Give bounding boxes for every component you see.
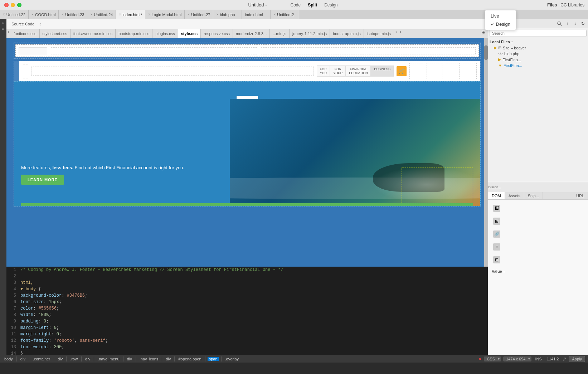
dom-box-icon[interactable]: ⊡ bbox=[492, 255, 584, 265]
status-div-2[interactable]: div bbox=[56, 357, 64, 361]
split-btn[interactable]: Split bbox=[306, 2, 319, 8]
url-tab[interactable]: URL bbox=[573, 192, 588, 199]
status-container[interactable]: .container bbox=[31, 357, 52, 361]
right-sidebar: ↖ ✦ ↑ ↓ ↻ Local Files ↑ ▶ ⊞ bbox=[488, 19, 588, 355]
snippets-tab[interactable]: Snip... bbox=[524, 192, 543, 199]
file-folder-1[interactable]: ▶ FirstFina... bbox=[490, 57, 587, 63]
list-icon: ≡ bbox=[493, 243, 500, 251]
tab-untitled27[interactable]: × Untitled-27 bbox=[185, 10, 213, 19]
dom-link-icon[interactable]: 🔗 bbox=[492, 229, 584, 239]
css-tab-modernizr[interactable]: modernizr-2.8.3... bbox=[233, 29, 270, 38]
css-tab-jquery[interactable]: jquery-1.11.2.min.js bbox=[290, 29, 330, 38]
folder-2-label: FirstFina... bbox=[504, 63, 522, 68]
css-selector[interactable]: CSS ▾ bbox=[484, 356, 501, 361]
files-panel-tab[interactable]: Files bbox=[547, 3, 557, 8]
minimize-button[interactable] bbox=[11, 3, 15, 7]
dom-table-icon[interactable]: ⊞ bbox=[492, 216, 584, 226]
css-tab-fonticons[interactable]: fonticons.css bbox=[11, 29, 40, 38]
css-dropdown-arrow[interactable]: ▾ bbox=[498, 357, 500, 361]
source-code-btn[interactable]: Source Code bbox=[9, 21, 37, 27]
site-name-label: Site – beaver bbox=[503, 46, 526, 50]
code-editor[interactable]: 1 /* Coding by Andrew J. Foster – Beaver… bbox=[6, 267, 488, 355]
right-icon-up[interactable]: ↑ bbox=[564, 20, 571, 27]
status-div-3[interactable]: div bbox=[84, 357, 92, 361]
dropdown-live[interactable]: Live bbox=[485, 12, 516, 20]
status-nave-menu[interactable]: .nave_menu bbox=[96, 357, 121, 361]
file-site-root[interactable]: ▶ ⊞ Site – beaver bbox=[490, 45, 587, 51]
css-tab-style[interactable]: style.css bbox=[178, 29, 201, 38]
css-tab-responsive[interactable]: responsive.css bbox=[201, 29, 233, 38]
learn-more-btn[interactable]: LEARN MORE bbox=[21, 175, 64, 185]
tab-index2[interactable]: index.html bbox=[242, 10, 271, 19]
css-scroll-left[interactable]: ‹ bbox=[6, 29, 11, 38]
code-btn[interactable]: Code bbox=[288, 2, 303, 8]
folder-icon: ▶ bbox=[494, 45, 497, 50]
status-body[interactable]: body bbox=[3, 357, 14, 361]
css-filter-btn[interactable]: ⊞ bbox=[479, 29, 488, 38]
file-folder-2[interactable]: ▼ FirstFina... bbox=[490, 63, 587, 68]
dom-image-icon[interactable]: 🖼 bbox=[492, 203, 584, 213]
right-icon-search[interactable] bbox=[556, 20, 563, 27]
design-btn[interactable]: Design bbox=[322, 2, 340, 8]
assets-tab[interactable]: Assets bbox=[505, 192, 524, 199]
right-icon-refresh[interactable]: ↻ bbox=[579, 20, 587, 27]
banner-text-area: More features, less fees. Find out which… bbox=[21, 165, 184, 185]
nav-cart-icon[interactable]: 🛒 bbox=[397, 66, 407, 76]
tab-untitled2[interactable]: × Untitled-2 bbox=[271, 10, 299, 19]
css-tab-isotope[interactable]: isotope.min.js bbox=[364, 29, 394, 38]
dimensions-display[interactable]: 1474 x 694 ▾ bbox=[503, 356, 531, 361]
css-scroll-right[interactable]: › bbox=[394, 29, 398, 38]
nav-for-your[interactable]: FORYOUR bbox=[330, 65, 346, 77]
css-tab-fontawesome[interactable]: font-awesome.min.css bbox=[71, 29, 116, 38]
dom-list-icon[interactable]: ≡ bbox=[492, 242, 584, 252]
cc-libraries-tab[interactable]: CC Libraries bbox=[560, 3, 584, 8]
right-icon-down[interactable]: ↓ bbox=[572, 20, 579, 27]
close-button[interactable] bbox=[4, 3, 9, 7]
tab-good-html[interactable]: × GOOD.html bbox=[29, 10, 59, 19]
status-nav-icons[interactable]: .nav_icons bbox=[138, 357, 160, 361]
code-line-10: 10 margin-left: 0; bbox=[6, 325, 488, 331]
css-scroll-right2[interactable]: › bbox=[398, 29, 403, 38]
nav-financial-education[interactable]: FINANCIALEDUCATION bbox=[346, 65, 371, 77]
css-tab-minjs1[interactable]: ...min.js bbox=[270, 29, 290, 38]
tab-blob-php[interactable]: × blob.php bbox=[213, 10, 242, 19]
scrollbar-thumb[interactable] bbox=[484, 45, 488, 60]
status-overlay[interactable]: .overlay bbox=[224, 357, 240, 361]
status-div-1[interactable]: div bbox=[19, 357, 27, 361]
css-tab-plugins[interactable]: plugins.css bbox=[152, 29, 178, 38]
dimensions-dropdown-arrow[interactable]: ▾ bbox=[528, 357, 530, 361]
tab-untitled22[interactable]: × Untitled-22 bbox=[0, 10, 29, 19]
status-span[interactable]: span bbox=[208, 357, 219, 361]
dropdown-design[interactable]: Design bbox=[485, 20, 516, 28]
css-tab-bootstrap-js[interactable]: bootstrap.min.js bbox=[330, 29, 364, 38]
local-files-title: Local Files ↑ bbox=[490, 39, 587, 45]
status-css[interactable]: CSS bbox=[485, 357, 496, 361]
apply-button[interactable]: Apply bbox=[569, 356, 585, 362]
preview-scrollbar[interactable] bbox=[484, 38, 488, 267]
tool-pen[interactable]: ✏ bbox=[1, 26, 6, 31]
tab-index-html[interactable]: × index.html* bbox=[116, 10, 145, 19]
status-expand-icon[interactable]: ⤢ bbox=[562, 356, 567, 362]
maximize-button[interactable] bbox=[17, 3, 21, 7]
file-blob-php[interactable]: </> blob.php bbox=[490, 51, 587, 57]
tab-untitled24[interactable]: × Untitled-24 bbox=[87, 10, 116, 19]
nav-search-bar[interactable] bbox=[31, 67, 314, 76]
files-search-input[interactable] bbox=[490, 30, 587, 37]
tool-arrow[interactable]: ↖ bbox=[1, 21, 6, 26]
code-line-5: 5 background-color: #3476B6; bbox=[6, 292, 488, 299]
tab-login-modal[interactable]: × Login Modal.html bbox=[145, 10, 185, 19]
tab-untitled23[interactable]: × Untitled-23 bbox=[59, 10, 87, 19]
status-div-5[interactable]: div bbox=[164, 357, 172, 361]
dom-tab[interactable]: DOM bbox=[488, 192, 505, 199]
status-row[interactable]: .row bbox=[69, 357, 79, 361]
tool-dots[interactable]: ··· bbox=[1, 32, 6, 37]
status-opena[interactable]: #opena.open bbox=[177, 357, 203, 361]
folder-1-label: FirstFina... bbox=[502, 58, 521, 62]
nav-for-you[interactable]: FORYOU bbox=[317, 65, 330, 77]
toolbar-arrow[interactable]: ‹ bbox=[38, 21, 43, 27]
css-tab-bootstrap[interactable]: bootstrap.min.css bbox=[116, 29, 152, 38]
nav-business[interactable]: BUSINESS bbox=[371, 65, 394, 77]
disconnect-btn[interactable]: Discon... bbox=[491, 184, 498, 191]
css-tab-stylesheet[interactable]: stylesheet.css bbox=[40, 29, 71, 38]
status-div-4[interactable]: div bbox=[126, 357, 133, 361]
